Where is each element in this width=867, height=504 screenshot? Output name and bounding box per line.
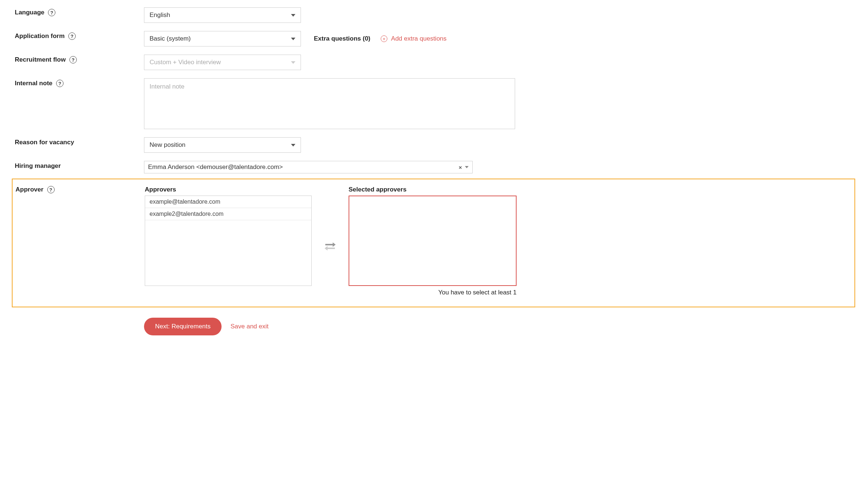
row-hiring-manager: Hiring manager Emma Anderson <demouser@t… xyxy=(15,161,852,173)
control-language: English xyxy=(144,7,852,23)
recruitment-flow-select: Custom + Video interview xyxy=(144,55,301,70)
help-icon[interactable]: ? xyxy=(56,80,64,87)
hiring-manager-controls: × xyxy=(459,164,469,170)
transfer-arrows xyxy=(312,186,349,296)
label-approver-text: Approver xyxy=(16,186,44,193)
chevron-down-icon xyxy=(291,14,295,17)
label-approver: Approver ? xyxy=(16,186,145,193)
control-application-form: Basic (system) Extra questions (0) + Add… xyxy=(144,31,852,46)
label-language: Language ? xyxy=(15,7,144,16)
next-button[interactable]: Next: Requirements xyxy=(144,318,222,335)
swap-icon[interactable] xyxy=(325,241,336,251)
row-recruitment-flow: Recruitment flow ? Custom + Video interv… xyxy=(15,55,852,70)
label-language-text: Language xyxy=(15,9,44,16)
approver-list-item[interactable]: example2@talentadore.com xyxy=(145,208,311,220)
approver-warning: You have to select at least 1 xyxy=(349,289,517,296)
available-approvers-col: Approvers example@talentadore.comexample… xyxy=(145,186,312,296)
help-icon[interactable]: ? xyxy=(48,9,55,16)
label-hiring-manager: Hiring manager xyxy=(15,161,144,170)
row-language: Language ? English xyxy=(15,7,852,23)
clear-icon[interactable]: × xyxy=(459,164,462,170)
selected-approvers-header: Selected approvers xyxy=(349,186,517,193)
label-recruitment-flow: Recruitment flow ? xyxy=(15,55,144,63)
control-internal-note xyxy=(144,78,852,129)
footer-buttons: Next: Requirements Save and exit xyxy=(144,318,852,335)
label-application-form: Application form ? xyxy=(15,31,144,40)
plus-circle-icon: + xyxy=(381,35,387,42)
add-extra-questions-link[interactable]: + Add extra questions xyxy=(381,35,446,42)
help-icon[interactable]: ? xyxy=(47,186,55,193)
row-application-form: Application form ? Basic (system) Extra … xyxy=(15,31,852,46)
label-reason-vacancy: Reason for vacancy xyxy=(15,137,144,146)
approver-container: Approver ? Approvers example@talentadore… xyxy=(16,186,851,296)
help-icon[interactable]: ? xyxy=(68,32,76,40)
approvers-layout: Approvers example@talentadore.comexample… xyxy=(145,186,851,296)
chevron-down-icon xyxy=(291,38,295,40)
hiring-manager-value: Emma Anderson <demouser@talentadore.com> xyxy=(148,163,283,171)
language-value: English xyxy=(150,11,170,19)
row-internal-note: Internal note ? xyxy=(15,78,852,129)
control-reason-vacancy: New position xyxy=(144,137,852,153)
chevron-down-icon xyxy=(465,166,469,168)
available-approvers-list[interactable]: example@talentadore.comexample2@talentad… xyxy=(145,196,312,286)
chevron-down-icon xyxy=(291,144,295,146)
hiring-manager-select[interactable]: Emma Anderson <demouser@talentadore.com>… xyxy=(144,161,473,173)
row-reason-vacancy: Reason for vacancy New position xyxy=(15,137,852,153)
language-select[interactable]: English xyxy=(144,7,301,23)
available-approvers-header: Approvers xyxy=(145,186,312,193)
label-application-form-text: Application form xyxy=(15,32,65,40)
extra-questions-label: Extra questions (0) xyxy=(314,35,370,42)
control-recruitment-flow: Custom + Video interview xyxy=(144,55,852,70)
help-icon[interactable]: ? xyxy=(69,56,77,63)
reason-vacancy-select[interactable]: New position xyxy=(144,137,301,153)
application-form-value: Basic (system) xyxy=(150,35,191,42)
internal-note-textarea[interactable] xyxy=(144,78,515,129)
approver-list-item[interactable]: example@talentadore.com xyxy=(145,196,311,208)
approver-section: Approver ? Approvers example@talentadore… xyxy=(12,179,855,307)
reason-vacancy-value: New position xyxy=(150,141,185,149)
save-exit-link[interactable]: Save and exit xyxy=(230,323,268,330)
label-reason-vacancy-text: Reason for vacancy xyxy=(15,139,74,146)
label-internal-note: Internal note ? xyxy=(15,78,144,87)
extra-questions-group: Extra questions (0) + Add extra question… xyxy=(314,35,446,42)
chevron-down-icon xyxy=(291,61,295,64)
recruitment-flow-value: Custom + Video interview xyxy=(150,59,221,66)
control-hiring-manager: Emma Anderson <demouser@talentadore.com>… xyxy=(144,161,852,173)
selected-approvers-col: Selected approvers You have to select at… xyxy=(349,186,517,296)
add-extra-questions-text: Add extra questions xyxy=(391,35,446,42)
application-form-select[interactable]: Basic (system) xyxy=(144,31,301,46)
label-hiring-manager-text: Hiring manager xyxy=(15,162,61,170)
selected-approvers-list[interactable] xyxy=(349,196,517,286)
label-internal-note-text: Internal note xyxy=(15,80,52,87)
label-recruitment-flow-text: Recruitment flow xyxy=(15,56,66,63)
